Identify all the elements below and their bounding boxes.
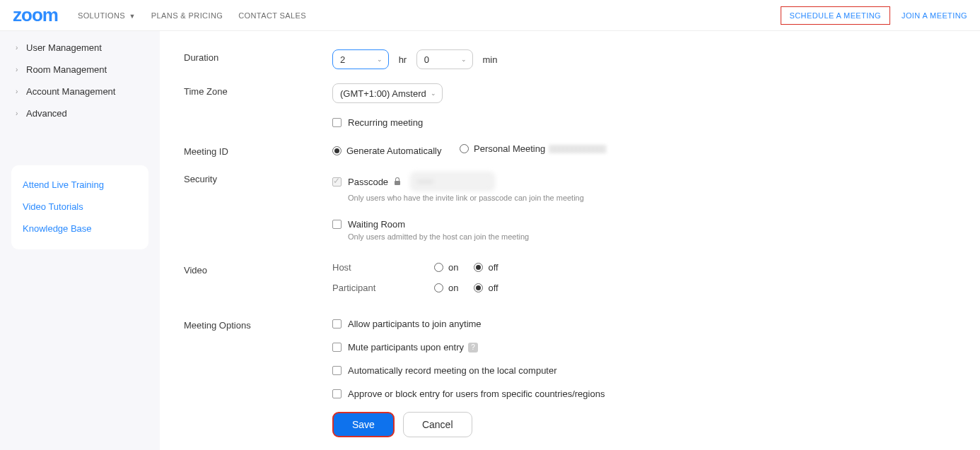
opt-join-label: Allow participants to join anytime <box>348 319 482 329</box>
info-icon[interactable]: ? <box>468 343 478 353</box>
sidebar-link-training[interactable]: Attend Live Training <box>23 174 137 196</box>
row-duration: Duration 2 ⌄ hr 0 ⌄ min <box>184 42 956 76</box>
recurring-label: Recurring meeting <box>348 117 423 128</box>
duration-label: Duration <box>184 49 332 63</box>
lock-icon <box>394 178 401 185</box>
opt-record-label: Automatically record meeting on the loca… <box>348 365 557 376</box>
nav-contact[interactable]: CONTACT SALES <box>238 11 306 20</box>
row-meeting-options: Meeting Options Allow participants to jo… <box>184 310 956 444</box>
caret-down-icon: ▼ <box>129 13 136 20</box>
row-timezone: Time Zone (GMT+1:00) Amsterdam, Be ⌄ Rec… <box>184 76 956 136</box>
meeting-id-auto-group[interactable]: Generate Automatically <box>332 146 441 156</box>
passcode-row: Passcode <box>332 172 956 191</box>
passcode-label: Passcode <box>348 177 388 187</box>
sidebar-item-user-mgmt[interactable]: › User Management <box>0 37 160 59</box>
sidebar-item-label: Room Management <box>26 64 107 75</box>
timezone-select[interactable]: (GMT+1:00) Amsterdam, Be ⌄ <box>332 83 443 103</box>
sidebar-item-account-mgmt[interactable]: › Account Management <box>0 81 160 102</box>
main-content: Duration 2 ⌄ hr 0 ⌄ min Time Zone (GMT+1… <box>160 31 980 450</box>
chevron-right-icon: › <box>16 66 21 73</box>
waiting-room-hint: Only users admitted by the host can join… <box>348 232 956 241</box>
meeting-id-personal-radio[interactable] <box>460 144 469 153</box>
waiting-room-row: Waiting Room <box>332 219 956 230</box>
waiting-room-checkbox[interactable] <box>332 220 342 229</box>
schedule-meeting-button[interactable]: SCHEDULE A MEETING <box>781 6 890 25</box>
sidebar: › User Management › Room Management › Ac… <box>0 31 160 450</box>
video-participant-label: Participant <box>332 283 434 293</box>
opt-mute-row: Mute participants upon entry ? <box>332 342 956 353</box>
recurring-checkbox[interactable] <box>332 118 342 127</box>
video-host-off-group[interactable]: off <box>474 262 498 273</box>
passcode-input[interactable] <box>411 172 494 191</box>
video-host-on-radio[interactable] <box>434 263 443 272</box>
video-host-label: Host <box>332 262 434 273</box>
row-meeting-id: Meeting ID Generate Automatically Person… <box>184 136 956 164</box>
opt-region-label: Approve or block entry for users from sp… <box>348 389 605 399</box>
opt-record-row: Automatically record meeting on the loca… <box>332 365 956 376</box>
video-on-label: on <box>448 262 458 273</box>
sidebar-item-label: User Management <box>26 42 102 53</box>
nav-solutions-label: SOLUTIONS <box>78 11 125 20</box>
opt-region-row: Approve or block entry for users from sp… <box>332 389 956 399</box>
chevron-down-icon: ⌄ <box>461 56 467 63</box>
duration-minutes-value: 0 <box>424 54 429 65</box>
sidebar-link-kb[interactable]: Knowledge Base <box>23 218 137 239</box>
duration-hours-select[interactable]: 2 ⌄ <box>332 49 389 69</box>
video-participant-off-radio[interactable] <box>474 283 483 292</box>
meeting-id-auto-label: Generate Automatically <box>346 146 441 156</box>
duration-minutes-select[interactable]: 0 ⌄ <box>416 49 473 69</box>
chevron-right-icon: › <box>16 88 21 95</box>
hours-unit-label: hr <box>399 54 407 65</box>
chevron-down-icon: ⌄ <box>431 90 436 97</box>
video-participant-row: Participant on off <box>332 283 956 293</box>
video-host-on-group[interactable]: on <box>434 262 458 273</box>
sidebar-link-videos[interactable]: Video Tutorials <box>23 196 137 218</box>
sidebar-item-label: Account Management <box>26 86 115 97</box>
sidebar-item-advanced[interactable]: › Advanced <box>0 102 160 124</box>
video-participant-on-radio[interactable] <box>434 283 443 292</box>
nav-solutions[interactable]: SOLUTIONS ▼ <box>78 11 136 20</box>
video-participant-on-group[interactable]: on <box>434 283 458 293</box>
sidebar-item-room-mgmt[interactable]: › Room Management <box>0 59 160 81</box>
nav-plans[interactable]: PLANS & PRICING <box>151 11 223 20</box>
video-host-off-radio[interactable] <box>474 263 483 272</box>
video-host-row: Host on off <box>332 262 956 273</box>
meeting-id-auto-radio[interactable] <box>332 146 342 155</box>
opt-mute-checkbox[interactable] <box>332 343 342 352</box>
video-participant-off-group[interactable]: off <box>474 283 498 293</box>
chevron-right-icon: › <box>16 109 21 117</box>
waiting-room-label: Waiting Room <box>348 219 405 230</box>
join-meeting-link[interactable]: JOIN A MEETING <box>902 11 967 20</box>
video-on-label: on <box>448 283 458 293</box>
duration-hours-value: 2 <box>340 54 345 65</box>
personal-meeting-id-blurred <box>549 145 606 153</box>
opt-join-row: Allow participants to join anytime <box>332 319 956 329</box>
meeting-id-personal-group[interactable]: Personal Meeting <box>460 143 606 154</box>
passcode-hint: Only users who have the invite link or p… <box>348 194 956 202</box>
meeting-id-personal-label: Personal Meeting <box>474 143 545 154</box>
zoom-logo: zoom <box>13 4 58 26</box>
row-security: Security Passcode Only users who have th… <box>184 164 956 248</box>
passcode-checkbox <box>332 177 342 186</box>
video-label: Video <box>184 262 332 276</box>
opt-join-checkbox[interactable] <box>332 319 342 328</box>
video-off-label: off <box>488 262 498 273</box>
options-label: Meeting Options <box>184 317 332 331</box>
minutes-unit-label: min <box>482 54 497 65</box>
chevron-down-icon: ⌄ <box>377 56 383 63</box>
security-label: Security <box>184 171 332 184</box>
save-button[interactable]: Save <box>332 412 395 437</box>
chevron-right-icon: › <box>16 44 21 52</box>
sidebar-help-box: Attend Live Training Video Tutorials Kno… <box>11 165 148 249</box>
opt-mute-label: Mute participants upon entry <box>348 342 464 353</box>
video-off-label: off <box>488 283 498 293</box>
cancel-button[interactable]: Cancel <box>403 412 472 437</box>
opt-region-checkbox[interactable] <box>332 389 342 398</box>
opt-record-checkbox[interactable] <box>332 366 342 375</box>
recurring-row: Recurring meeting <box>332 117 956 128</box>
sidebar-item-label: Advanced <box>26 108 67 119</box>
timezone-label: Time Zone <box>184 83 332 97</box>
top-nav: zoom SOLUTIONS ▼ PLANS & PRICING CONTACT… <box>0 0 980 31</box>
meeting-id-label: Meeting ID <box>184 143 332 157</box>
timezone-value: (GMT+1:00) Amsterdam, Be <box>340 88 426 99</box>
